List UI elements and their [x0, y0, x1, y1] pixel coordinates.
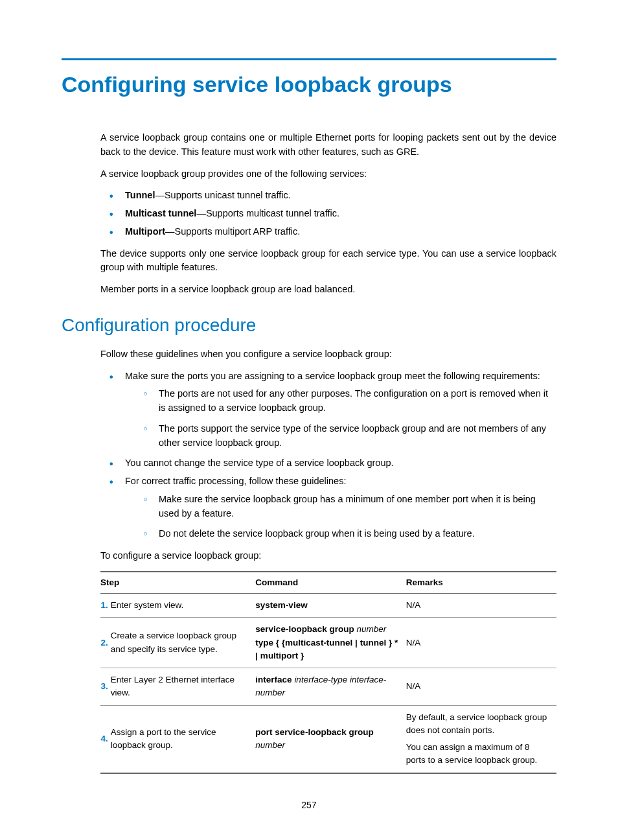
table-row: 2. Create a service loopback group and s…	[100, 618, 556, 668]
list-item: Do not delete the service loopback group…	[143, 527, 556, 541]
top-rule	[62, 58, 556, 60]
section-title: Configuration procedure	[62, 315, 556, 336]
intro-paragraph-2: A service loopback group provides one of…	[100, 167, 556, 181]
step-desc: Enter system view.	[111, 594, 256, 618]
list-item: You cannot change the service type of a …	[109, 456, 556, 471]
body-content: A service loopback group contains one or…	[62, 131, 556, 297]
cmd-bold: type { {multicast-tunnel | tunnel } * | …	[255, 638, 398, 660]
guideline-text: For correct traffic processing, follow t…	[125, 476, 346, 486]
list-item: The ports support the service type of th…	[143, 422, 556, 450]
remarks-p2: You can assign a maximum of 8 ports to a…	[406, 741, 551, 767]
cmd-bold: system-view	[255, 600, 307, 610]
remarks-p1: By default, a service loopback group doe…	[406, 711, 551, 738]
services-list: Tunnel—Supports unicast tunnel traffic. …	[100, 189, 556, 239]
guidelines-list: Make sure the ports you are assigning to…	[100, 369, 556, 542]
table-row: 4. Assign a port to the service loopback…	[100, 705, 556, 773]
sub-list: Make sure the service loopback group has…	[125, 493, 556, 541]
page-title: Configuring service loopback groups	[62, 72, 556, 97]
page-number: 257	[0, 800, 618, 810]
step-desc: Assign a port to the service loopback gr…	[111, 705, 256, 773]
remarks-cell: N/A	[406, 594, 556, 618]
cmd-ital: number	[356, 624, 386, 634]
step-number: 3.	[100, 668, 111, 706]
remarks-cell: N/A	[406, 668, 556, 706]
sub-list: The ports are not used for any other pur…	[125, 387, 556, 450]
remarks-cell: By default, a service loopback group doe…	[406, 705, 556, 773]
remarks-cell: N/A	[406, 618, 556, 668]
section-body: Follow these guidelines when you configu…	[62, 347, 556, 774]
list-item: Multicast tunnel—Supports multicast tunn…	[109, 207, 556, 221]
table-row: 1. Enter system view. system-view N/A	[100, 594, 556, 618]
list-item: The ports are not used for any other pur…	[143, 387, 556, 415]
cmd-ital: number	[255, 740, 285, 750]
list-item: For correct traffic processing, follow t…	[109, 474, 556, 541]
procedure-table: Step Command Remarks 1. Enter system vie…	[100, 571, 556, 774]
intro-paragraph-4: Member ports in a service loopback group…	[100, 283, 556, 297]
list-item: Tunnel—Supports unicast tunnel traffic.	[109, 189, 556, 203]
configure-intro: To configure a service loopback group:	[100, 549, 556, 563]
guidelines-intro: Follow these guidelines when you configu…	[100, 347, 556, 362]
list-item: Make sure the ports you are assigning to…	[109, 369, 556, 450]
step-number: 4.	[100, 705, 111, 773]
term: Tunnel	[125, 190, 155, 200]
command-cell: interface interface-type interface-numbe…	[255, 668, 406, 706]
list-item: Make sure the service loopback group has…	[143, 493, 556, 521]
intro-paragraph-1: A service loopback group contains one or…	[100, 131, 556, 159]
th-command: Command	[255, 572, 406, 594]
step-number: 2.	[100, 618, 111, 668]
cmd-bold: service-loopback group	[255, 624, 356, 634]
guideline-text: Make sure the ports you are assigning to…	[125, 371, 540, 381]
step-desc: Create a service loopback group and spec…	[111, 618, 256, 668]
th-step: Step	[100, 572, 255, 594]
step-number: 1.	[100, 594, 111, 618]
list-item: Multiport—Supports multiport ARP traffic…	[109, 225, 556, 239]
th-remarks: Remarks	[406, 572, 556, 594]
desc: —Supports multicast tunnel traffic.	[196, 208, 339, 218]
intro-paragraph-3: The device supports only one service loo…	[100, 247, 556, 275]
command-cell: system-view	[255, 594, 406, 618]
cmd-bold: port service-loopback group	[255, 727, 373, 737]
term: Multicast tunnel	[125, 208, 196, 218]
command-cell: port service-loopback group number	[255, 705, 406, 773]
table-row: 3. Enter Layer 2 Ethernet interface view…	[100, 668, 556, 706]
desc: —Supports unicast tunnel traffic.	[155, 190, 290, 200]
desc: —Supports multiport ARP traffic.	[165, 226, 300, 237]
cmd-bold: interface	[255, 675, 294, 684]
step-desc: Enter Layer 2 Ethernet interface view.	[111, 668, 256, 706]
command-cell: service-loopback group number type { {mu…	[255, 618, 406, 668]
term: Multiport	[125, 226, 165, 237]
